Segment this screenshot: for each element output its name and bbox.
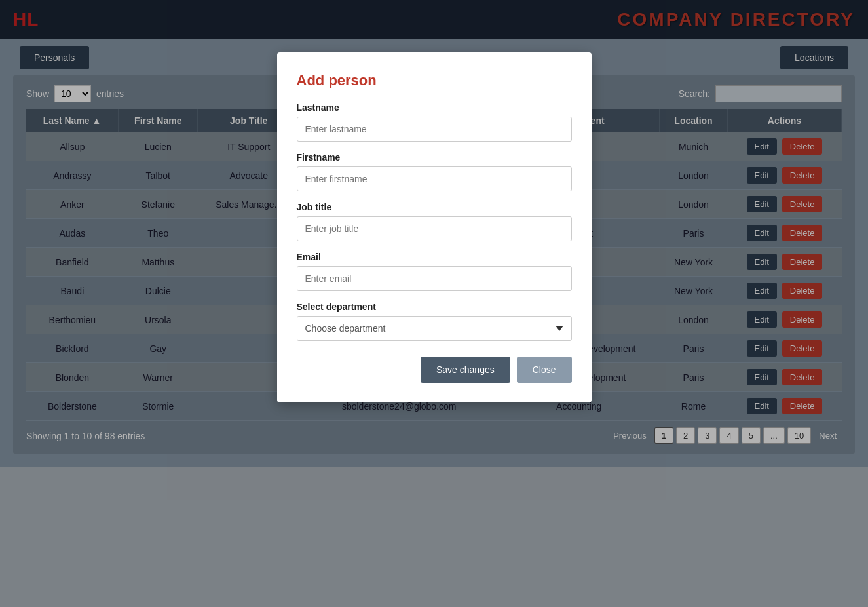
firstname-label: Firstname (297, 152, 572, 163)
firstname-input[interactable] (297, 166, 572, 191)
modal-actions: Save changes Close (297, 357, 572, 383)
jobtitle-input[interactable] (297, 216, 572, 241)
email-label: Email (297, 252, 572, 262)
modal-overlay: Add person Lastname Firstname Job title … (0, 0, 868, 607)
email-input[interactable] (297, 266, 572, 291)
modal-title: Add person (297, 72, 572, 89)
add-person-modal: Add person Lastname Firstname Job title … (277, 52, 592, 402)
jobtitle-label: Job title (297, 202, 572, 212)
jobtitle-group: Job title (297, 202, 572, 241)
department-label: Select department (297, 302, 572, 312)
department-group: Select department Choose department Acco… (297, 302, 572, 341)
email-group: Email (297, 252, 572, 291)
save-changes-button[interactable]: Save changes (421, 357, 510, 383)
department-select[interactable]: Choose department Accounting Business De… (297, 316, 572, 341)
lastname-group: Lastname (297, 102, 572, 142)
close-button[interactable]: Close (517, 357, 572, 383)
firstname-group: Firstname (297, 152, 572, 191)
lastname-label: Lastname (297, 102, 572, 113)
lastname-input[interactable] (297, 117, 572, 142)
